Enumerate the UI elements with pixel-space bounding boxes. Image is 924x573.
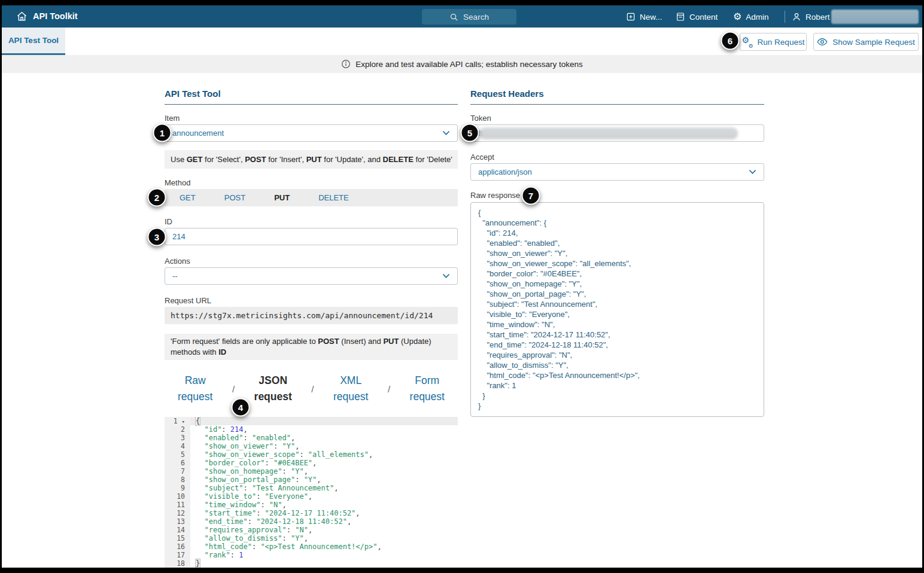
method-post[interactable]: POST [224,193,245,202]
info-banner: Explore and test available API calls; es… [2,55,922,73]
app-window: API Toolkit Search New... [2,5,922,568]
page-tab-bar: API Test Tool ⚙⚙ Run Request Show Sample… [2,28,922,55]
token-label: Token [470,114,491,123]
id-label: ID [165,217,172,226]
show-sample-label: Show Sample Request [832,38,914,47]
tab-xml-request[interactable]: XML request [333,373,368,405]
request-format-tabs: Raw request / JSON request / XML request… [165,370,458,408]
actions-label: Actions [165,257,190,266]
token-input[interactable]: h [470,124,764,142]
item-label: Item [165,114,180,123]
actions-select[interactable]: -- [165,267,458,285]
request-headers-panel: Request Headers Token h Accept applicati… [470,5,764,568]
json-editor-lines: 1 ▾{2 "id": 214,3 "enabled": "enabled",4… [165,417,458,568]
raw-response-label: Raw response [470,191,520,200]
tab-separator: / [232,384,235,394]
callout-badge-5: 5 [461,124,479,142]
app-title: API Toolkit [33,11,78,21]
tab-separator: / [388,384,390,394]
user-name: Robert [806,13,830,22]
eye-icon [817,38,828,46]
raw-response-text: { "announcement": { "id": 214, "enabled"… [478,208,756,411]
callout-badge-2: 2 [148,188,166,207]
tab-json-request[interactable]: JSON request [254,373,292,405]
item-select-value: announcement [172,129,224,138]
request-url-label: Request URL [165,296,211,305]
person-icon [792,12,801,22]
left-panel-heading: API Test Tool [165,89,458,105]
api-test-tool-panel: API Test Tool Item announcement Use GET … [165,5,458,568]
navbar-divider [785,11,785,23]
method-hint: Use GET for 'Select', POST for 'Insert',… [165,150,458,169]
tab-label: API Test Tool [8,36,59,45]
raw-response-box: { "announcement": { "id": 214, "enabled"… [470,202,764,417]
method-tabs: GET POST PUT DELETE [165,189,458,206]
callout-badge-4: 4 [232,398,250,417]
id-input[interactable]: 214 [165,228,458,245]
callout-badge-3: 3 [148,228,166,246]
tab-form-request[interactable]: Form request [410,373,445,405]
actions-select-value: -- [172,272,178,281]
accept-select-value: application/json [478,167,532,176]
chevron-down-icon [442,130,450,136]
tab-raw-request[interactable]: Raw request [178,373,212,405]
user-menu[interactable]: Robert [792,10,830,24]
redacted-user-name [831,10,919,24]
request-url-value: https://stg7x.metricinsights.com/api/ann… [165,307,458,324]
accept-label: Accept [470,153,494,161]
callout-badge-7: 7 [522,187,540,205]
run-request-label: Run Request [758,38,805,47]
method-delete[interactable]: DELETE [318,193,349,202]
accept-select[interactable]: application/json [470,163,764,181]
json-request-editor[interactable]: 1 ▾{2 "id": 214,3 "enabled": "enabled",4… [165,417,458,568]
callout-badge-1: 1 [153,124,172,142]
show-sample-request-button[interactable]: Show Sample Request [813,33,919,51]
top-navbar: API Toolkit Search New... [2,5,922,28]
redacted-token-value [479,127,738,139]
right-panel-heading: Request Headers [470,89,764,105]
method-label: Method [165,178,190,187]
chevron-down-icon [749,169,756,175]
item-select[interactable]: announcement [165,124,458,142]
callout-badge-6: 6 [721,32,740,50]
tab-api-test-tool[interactable]: API Test Tool [2,28,65,55]
method-put[interactable]: PUT [274,193,290,202]
form-request-note: 'Form request' fields are only applicabl… [165,334,458,360]
home-icon[interactable] [16,11,28,22]
id-input-value: 214 [172,232,186,241]
method-get[interactable]: GET [180,193,196,202]
chevron-down-icon [442,273,450,279]
tab-separator: / [311,384,314,394]
